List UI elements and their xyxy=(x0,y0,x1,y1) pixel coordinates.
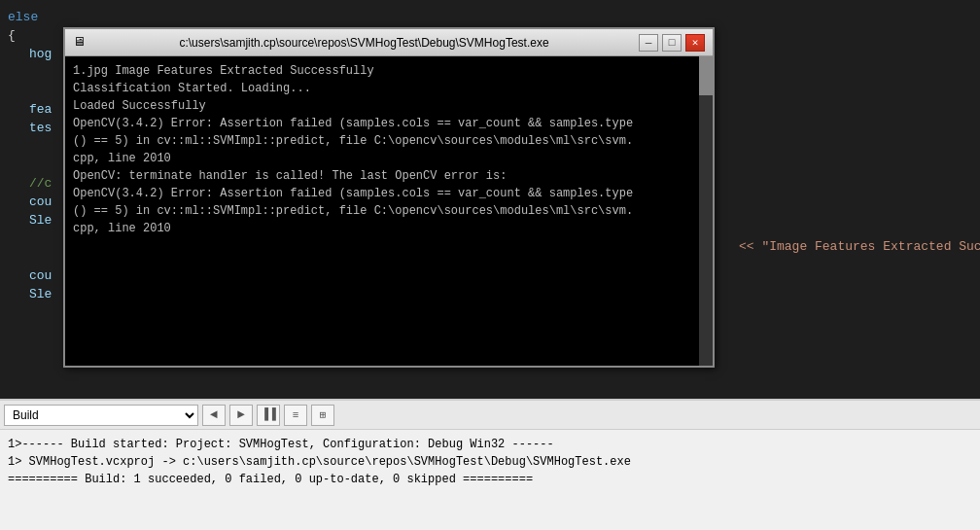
console-titlebar: 🖥 c:\users\samjith.cp\source\repos\SVMHo… xyxy=(65,29,713,56)
close-button[interactable]: ✕ xyxy=(685,34,705,52)
console-scrollbar[interactable] xyxy=(699,56,713,366)
console-icon: 🖥 xyxy=(73,35,86,50)
toolbar-btn-3[interactable]: ▐▐ xyxy=(257,405,280,426)
build-output: 1>------ Build started: Project: SVMHogT… xyxy=(0,430,980,494)
console-line-4: OpenCV(3.4.2) Error: Assertion failed (s… xyxy=(73,115,705,132)
console-line-6: cpp, line 2010 xyxy=(73,150,705,167)
console-line-5: () == 5) in cv::ml::SVMImpl::predict, fi… xyxy=(73,132,705,150)
build-output-line-1: 1>------ Build started: Project: SVMHogT… xyxy=(8,436,972,453)
build-toolbar: Build ◄ ► ▐▐ ≡ ⊞ xyxy=(0,401,980,430)
scrollbar-thumb[interactable] xyxy=(699,56,713,95)
console-line-2: Classification Started. Loading... xyxy=(73,80,705,97)
console-line-3: Loaded Successfully xyxy=(73,97,705,115)
toolbar-btn-4[interactable]: ≡ xyxy=(284,405,307,426)
console-window: 🖥 c:\users\samjith.cp\source\repos\SVMHo… xyxy=(63,27,715,368)
console-line-1: 1.jpg Image Features Extracted Successfu… xyxy=(73,62,705,80)
code-line: else xyxy=(0,8,980,26)
toolbar-btn-2[interactable]: ► xyxy=(229,405,253,426)
build-dropdown[interactable]: Build xyxy=(4,405,198,426)
window-controls: — □ ✕ xyxy=(639,34,705,52)
console-title: c:\users\samjith.cp\source\repos\SVMHogT… xyxy=(89,36,639,50)
console-line-8: OpenCV(3.4.2) Error: Assertion failed (s… xyxy=(73,185,705,202)
toolbar-btn-1[interactable]: ◄ xyxy=(202,405,226,426)
console-line-9: () == 5) in cv::ml::SVMImpl::predict, fi… xyxy=(73,202,705,220)
toolbar-btn-5[interactable]: ⊞ xyxy=(311,405,334,426)
console-line-10: cpp, line 2010 xyxy=(73,220,705,237)
minimize-button[interactable]: — xyxy=(639,34,658,52)
build-output-line-3: ========== Build: 1 succeeded, 0 failed,… xyxy=(8,471,972,488)
right-code-text: << "Image Features Extracted Succes xyxy=(739,239,980,254)
console-content: 1.jpg Image Features Extracted Successfu… xyxy=(65,56,713,366)
maximize-button[interactable]: □ xyxy=(662,34,682,52)
build-panel: Build ◄ ► ▐▐ ≡ ⊞ 1>------ Build started:… xyxy=(0,399,980,530)
build-output-line-2: 1> SVMHogTest.vcxproj -> c:\users\samjit… xyxy=(8,453,972,471)
console-line-7: OpenCV: terminate handler is called! The… xyxy=(73,167,705,185)
